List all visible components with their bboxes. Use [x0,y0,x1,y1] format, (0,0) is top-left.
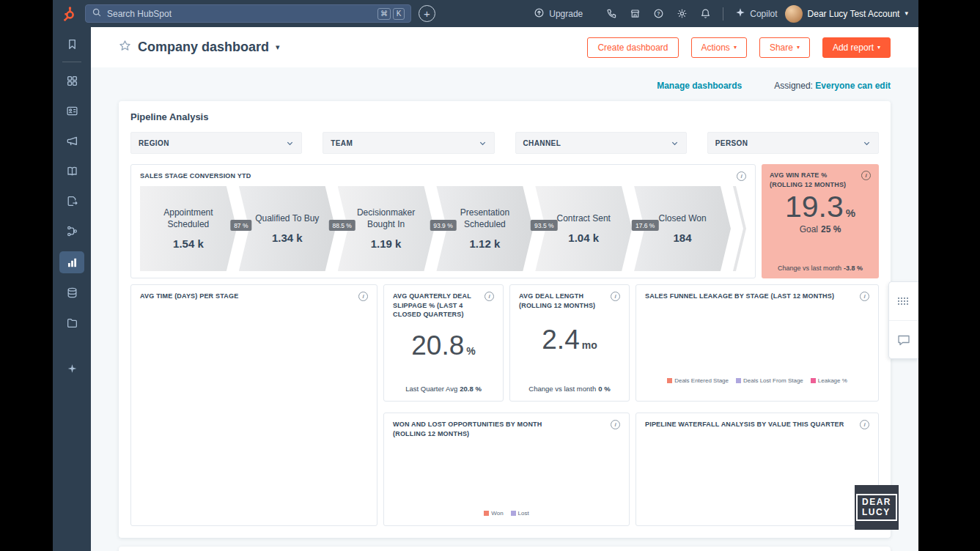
sidebar-item-content[interactable] [59,161,84,180]
left-navigation-sidebar [53,27,91,551]
charts-grid: AVG TIME (DAYS) PER STAGE i AVG QUARTERL… [130,284,879,526]
filter-channel[interactable]: CHANNEL [515,132,687,154]
info-icon[interactable]: i [861,171,871,180]
k-key: K [393,8,405,20]
sidebar-item-data[interactable] [59,283,84,302]
sidebar-item-crm[interactable] [59,101,84,120]
dashboard-header: Company dashboard ▾ Create dashboard Act… [91,27,918,67]
info-icon[interactable]: i [485,292,494,301]
sidebar-item-automations[interactable] [59,221,84,240]
watermark-line1: DEAR [862,498,891,508]
legend-swatch [811,378,816,383]
chevron-down-icon [671,139,679,147]
sidebar-item-workspaces[interactable] [59,71,84,90]
info-icon[interactable]: i [358,292,368,301]
sidebar-item-bookmarks[interactable] [59,34,84,53]
funnel-tail-shape [733,186,746,271]
search-placeholder: Search HubSpot [107,9,372,19]
chart-title: WON AND LOST OPPORTUNITIES BY MONTH (ROL… [393,420,576,438]
upgrade-link[interactable]: Upgrade [534,7,583,21]
page-title: Company dashboard [138,40,269,55]
svg-text:?: ? [657,11,660,16]
deal-length-card: AVG DEAL LENGTH (ROLLING 12 MONTHS) i 2.… [509,284,630,402]
search-icon [92,7,102,20]
sidebar-item-marketing[interactable] [59,131,84,150]
actions-button[interactable]: Actions▾ [691,37,747,58]
info-icon[interactable]: i [860,292,869,301]
deal-length-footer: Change vs last month0 % [519,385,620,394]
manage-dashboards-link[interactable]: Manage dashboards [657,81,742,91]
help-icon[interactable]: ? [653,8,664,19]
calling-icon[interactable] [606,8,617,19]
floating-side-widget [888,281,918,359]
funnel-stage: Qualified To Buy 1.34 k [239,186,336,271]
funnel-stage: Contract Sent 1.04 k [535,186,632,271]
sales-stage-conversion-card: SALES STAGE CONVERSION YTD i Appointment… [130,164,756,278]
copilot-button[interactable]: Copilot [735,7,777,20]
info-icon[interactable]: i [860,420,869,429]
avg-win-rate-card: AVG WIN RATE % (ROLLING 12 MONTHS) i 19.… [762,164,879,278]
chevron-down-icon: ▾ [797,44,800,51]
account-menu[interactable]: Dear Lucy Test Account ▾ [785,5,908,23]
info-icon[interactable]: i [611,420,620,429]
share-button[interactable]: Share▾ [759,37,810,58]
pipeline-analysis-card: Pipeline Analysis REGION TEAM CHANNEL [119,101,891,538]
chart-legend: Deals Entered Stage Deals Lost From Stag… [645,377,869,384]
avatar [785,5,803,23]
chevron-down-icon: ▾ [905,10,908,17]
screenshot-stage: Search HubSpot ⌘ K + Upgrade [0,0,980,551]
chart-title: AVG DEAL LENGTH (ROLLING 12 MONTHS) [519,292,606,310]
create-new-button[interactable]: + [419,5,435,22]
filter-person[interactable]: PERSON [707,132,879,154]
topbar-divider [723,7,723,21]
sidebar-item-commerce[interactable] [59,191,84,210]
legend-swatch [484,511,489,516]
marketplace-icon[interactable] [630,8,641,19]
chevron-down-icon [863,139,871,147]
notifications-bell-icon[interactable] [700,8,711,19]
funnel-stage: Appointment Scheduled 1.54 k [140,186,237,271]
add-report-button[interactable]: Add report▾ [822,37,891,58]
assigned-label: Assigned: [774,81,813,91]
funnel-chart: Appointment Scheduled 1.54 k Qualified T… [140,186,746,271]
upgrade-icon [534,7,545,21]
legend-swatch [667,378,672,383]
favorite-star-icon[interactable] [119,40,131,55]
funnel-stage: Decisionmaker Bought In 1.19 k [338,186,435,271]
filter-team[interactable]: TEAM [323,132,494,154]
dots-grid-icon [897,297,910,306]
info-icon[interactable]: i [611,292,620,301]
main-content: Company dashboard ▾ Create dashboard Act… [91,27,918,551]
create-dashboard-button[interactable]: Create dashboard [587,37,678,58]
chevron-down-icon [286,139,294,147]
funnel-leakage-card: SALES FUNNEL LEAKAGE BY STAGE (LAST 12 M… [635,284,879,402]
chart-title: PIPELINE WATERFALL ANALYSIS BY VALUE THI… [645,420,844,429]
pipeline-waterfall-chart [645,432,869,514]
upgrade-label: Upgrade [549,9,583,19]
widget-grid-button[interactable] [889,282,918,320]
global-search-input[interactable]: Search HubSpot ⌘ K [85,4,411,23]
title-chevron-down-icon[interactable]: ▾ [276,43,280,51]
hubspot-logo-icon[interactable] [60,5,78,23]
funnel-stage: Closed Won 184 [634,186,731,271]
chart-legend: Won Lost [393,510,620,517]
panel-title: Pipeline Analysis [130,111,879,122]
info-icon[interactable]: i [737,171,746,181]
cmd-key: ⌘ [377,8,391,20]
account-name: Dear Lucy Test Account [808,9,900,19]
sidebar-item-reporting[interactable] [59,251,84,273]
chart-title: SALES FUNNEL LEAKAGE BY STAGE (LAST 12 M… [645,292,834,301]
settings-gear-icon[interactable] [677,8,688,19]
filter-region[interactable]: REGION [130,132,302,154]
deal-slippage-card: AVG QUARTERLY DEAL SLIPPAGE % (LAST 4 CL… [383,284,504,402]
assigned-value-link[interactable]: Everyone can edit [815,81,891,91]
sidebar-item-library[interactable] [59,313,84,332]
assigned-row: Assigned: Everyone can edit [774,81,891,91]
sidebar-item-ai-sparkle[interactable] [59,359,84,378]
funnel-stage: Presentation Scheduled 1.12 k [436,186,533,271]
win-rate-change: Change vs last month-3.8 % [770,265,871,272]
sidebar-divider [62,62,81,62]
avg-time-bar-chart [140,303,368,514]
won-lost-by-month-card: WON AND LOST OPPORTUNITIES BY MONTH (ROL… [383,413,630,526]
widget-chat-button[interactable] [889,320,918,358]
